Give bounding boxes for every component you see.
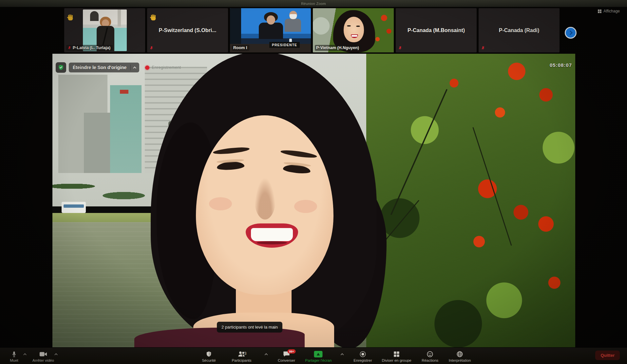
participant-name: P-Latvia (L. Turlaja) xyxy=(73,46,110,50)
participants-label: Participants xyxy=(232,358,251,362)
participant-tile-room[interactable]: PRESIDENTE Room I xyxy=(230,8,311,52)
chevron-up-icon[interactable] xyxy=(131,63,139,72)
participant-tile-latvia[interactable]: P-Latvia (L. Turlaja) xyxy=(64,8,145,52)
reactions-button[interactable]: Réactions xyxy=(421,349,439,362)
speaker-mouth-art xyxy=(246,223,298,248)
share-screen-button[interactable]: Partager l'écran xyxy=(305,349,332,362)
security-shield-button[interactable] xyxy=(56,62,66,73)
speaker-eye-art xyxy=(217,161,244,171)
participant-name: P-Canada (Radi) xyxy=(479,8,560,52)
breakout-rooms-label: Diviser en groupe xyxy=(382,358,411,362)
building-sign-art xyxy=(120,90,128,94)
speaker-mini-eye-art xyxy=(356,26,360,27)
participant-tile-vietnam[interactable]: P-Vietnam (H.Nguyen) xyxy=(313,8,394,52)
mute-original-sound-button[interactable]: Éteindre le Son d'origine xyxy=(69,63,139,72)
video-options-caret[interactable] xyxy=(55,349,58,355)
chat-button[interactable]: 99+ Converser xyxy=(277,349,295,362)
participant-label: Room I xyxy=(232,45,249,51)
stop-video-label: Arrêter vidéo xyxy=(32,358,54,362)
avatar-arch-art xyxy=(90,11,99,21)
participant-name: P-Canada (M.Bonsaint) xyxy=(396,8,477,52)
participant-tile-switzerland[interactable]: P-Switzerland (S.Obri... xyxy=(147,8,228,52)
mute-button[interactable]: Muet xyxy=(5,349,23,362)
raised-hands-tooltip: 2 participants ont levé la main xyxy=(217,322,282,333)
mute-label: Muet xyxy=(10,358,18,362)
mute-options-caret[interactable] xyxy=(24,349,27,355)
speaker-eyebrow-art xyxy=(213,146,250,155)
chat-unread-badge: 99+ xyxy=(287,349,295,354)
speaker-mini-eye-art xyxy=(347,25,351,27)
participant-label: P-Vietnam (H.Nguyen) xyxy=(315,45,361,51)
speaker-lip-art xyxy=(257,241,287,244)
room-nameplate: PRESIDENTE xyxy=(269,42,300,48)
participant-strip: P-Latvia (L. Turlaja) P-Switzerland (S.O… xyxy=(64,8,560,52)
room-aide-body-art xyxy=(285,19,301,32)
speaker-mini-face-art xyxy=(344,17,364,42)
participant-name: P-Vietnam (H.Nguyen) xyxy=(316,46,359,50)
view-grid-icon xyxy=(598,10,601,13)
participant-tile-canada-1[interactable]: P-Canada (M.Bonsaint) xyxy=(396,8,477,52)
interpretation-label: Interprétation xyxy=(449,358,471,362)
breakout-rooms-button[interactable]: Diviser en groupe xyxy=(382,349,411,362)
bus-art xyxy=(62,202,86,213)
room-president-body-art xyxy=(259,23,283,39)
muted-mic-icon xyxy=(481,46,485,50)
speaker-eye-art xyxy=(283,164,311,175)
security-button[interactable]: Sécurité xyxy=(200,349,218,362)
room-aide-mask-art xyxy=(290,14,297,19)
recording-label: Enregistrement xyxy=(152,65,181,70)
chat-label: Converser xyxy=(278,358,295,362)
record-button[interactable]: Enregistrer xyxy=(353,349,372,362)
window-titlebar: Réunion Zoom xyxy=(0,0,627,7)
participant-tile-canada-2[interactable]: P-Canada (Radi) xyxy=(479,8,560,52)
stop-video-button[interactable]: Arrêter vidéo xyxy=(32,349,54,362)
raised-hand-icon xyxy=(67,14,74,21)
zoom-toolbar: Muet Arrêter vidéo Sécurité 173 Particip… xyxy=(0,347,627,364)
recording-indicator: Enregistrement xyxy=(145,65,181,70)
hanoi-background-art xyxy=(52,54,575,347)
main-speaker-video: Éteindre le Son d'origine Enregistrement… xyxy=(52,54,575,347)
raised-hand-icon xyxy=(150,14,157,21)
room-president-head-art xyxy=(267,15,275,25)
participants-button[interactable]: 173 Participants xyxy=(227,349,256,362)
speaker-cheek-art xyxy=(209,197,232,210)
window-title: Réunion Zoom xyxy=(301,2,326,6)
meeting-timestamp: 05:08:07 xyxy=(550,62,572,68)
participant-label: P-Latvia (L. Turlaja) xyxy=(66,45,113,51)
record-label: Enregistrer xyxy=(353,358,372,362)
next-participants-button[interactable] xyxy=(565,27,577,39)
share-screen-icon xyxy=(314,351,323,357)
participant-name: Room I xyxy=(233,46,247,50)
share-options-caret[interactable] xyxy=(341,349,344,355)
avatar-column-art xyxy=(118,10,121,27)
leave-meeting-button[interactable]: Quitter xyxy=(595,351,620,360)
participants-count: 173 xyxy=(240,351,246,356)
speaker-nose-art xyxy=(254,178,276,220)
speaker-cheek-art xyxy=(294,200,317,213)
speaker-teeth-art xyxy=(251,228,293,241)
view-button[interactable]: Affichage xyxy=(598,9,620,13)
share-screen-label: Partager l'écran xyxy=(305,358,332,362)
muted-mic-icon xyxy=(67,46,71,50)
chevron-right-icon xyxy=(568,30,572,35)
speaker-eyebrow-art xyxy=(280,149,317,159)
mute-original-sound-label: Éteindre le Son d'origine xyxy=(69,65,130,70)
record-dot-icon xyxy=(145,66,149,70)
interpretation-button[interactable]: Interprétation xyxy=(449,349,471,362)
reactions-label: Réactions xyxy=(422,358,438,362)
muted-mic-icon xyxy=(398,46,402,50)
participant-name: P-Switzerland (S.Obri... xyxy=(147,8,228,52)
security-label: Sécurité xyxy=(202,358,216,362)
speaker-mini-teeth-art xyxy=(352,35,357,37)
muted-mic-icon xyxy=(149,46,154,50)
participants-caret[interactable] xyxy=(265,349,268,355)
view-button-label: Affichage xyxy=(603,9,620,13)
